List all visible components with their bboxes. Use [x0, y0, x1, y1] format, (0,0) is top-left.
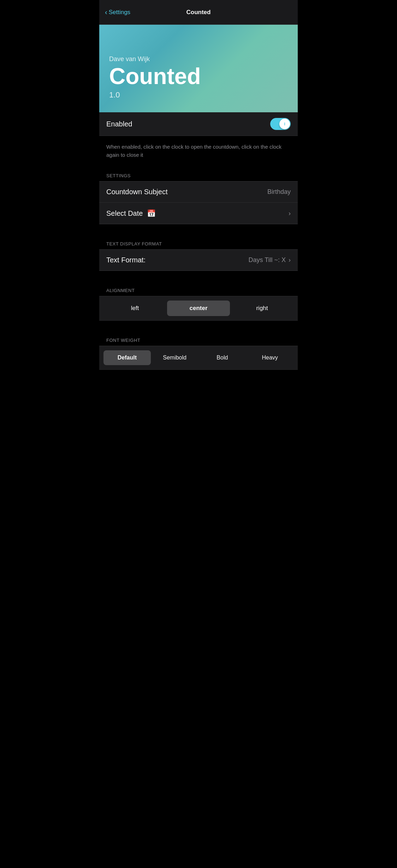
align-left-button[interactable]: left	[103, 301, 166, 316]
font-bold-button[interactable]: Bold	[199, 350, 246, 365]
divider-2	[99, 271, 298, 281]
app-developer: Dave van Wijk	[109, 55, 288, 63]
countdown-subject-row[interactable]: Countdown Subject Birthday	[99, 182, 298, 203]
app-banner: Dave van Wijk Counted 1.0	[99, 25, 298, 112]
divider-3	[99, 321, 298, 331]
countdown-subject-text: Birthday	[267, 188, 291, 196]
toggle-i-icon: I	[284, 122, 285, 126]
back-button[interactable]: ‹ Settings	[105, 8, 130, 16]
enabled-row[interactable]: Enabled I	[99, 112, 298, 136]
text-format-chevron-icon: ›	[289, 256, 291, 264]
select-date-row[interactable]: Select Date 📅 ›	[99, 203, 298, 224]
nav-bar: ‹ Settings Counted	[99, 0, 298, 25]
font-weight-section-header: FONT WEIGHT	[99, 331, 298, 346]
text-format-label: Text Format:	[106, 256, 146, 264]
alignment-section-header: ALIGNMENT	[99, 281, 298, 296]
align-right-button[interactable]: right	[231, 301, 294, 316]
select-date-chevron: ›	[289, 210, 291, 217]
settings-section-header: SETTINGS	[99, 166, 298, 181]
settings-group: Countdown Subject Birthday Select Date 📅…	[99, 181, 298, 224]
divider-1	[99, 224, 298, 234]
countdown-subject-label: Countdown Subject	[106, 188, 167, 196]
toggle-thumb: I	[279, 119, 290, 129]
font-heavy-button[interactable]: Heavy	[246, 350, 294, 365]
countdown-subject-value: Birthday	[267, 188, 291, 196]
font-default-button[interactable]: Default	[103, 350, 151, 365]
toggle-track: I	[270, 118, 291, 130]
text-display-group: Text Format: Days Till ~: X ›	[99, 249, 298, 271]
enabled-toggle[interactable]: I	[270, 118, 291, 130]
description-text: When enabled, click on the clock to open…	[99, 136, 298, 166]
nav-title: Counted	[186, 9, 211, 16]
app-version: 1.0	[109, 90, 288, 100]
chevron-right-icon: ›	[289, 210, 291, 217]
text-format-row[interactable]: Text Format: Days Till ~: X ›	[99, 250, 298, 270]
font-semibold-button[interactable]: Semibold	[151, 350, 198, 365]
text-format-value: Days Till ~: X ›	[248, 256, 291, 264]
text-display-section-header: TEXT DISPLAY FORMAT	[99, 234, 298, 249]
app-name: Counted	[109, 65, 288, 88]
calendar-icon: 📅	[147, 209, 156, 217]
text-format-text: Days Till ~: X	[248, 256, 286, 264]
back-label: Settings	[109, 9, 130, 16]
alignment-group: left center right	[99, 296, 298, 321]
font-weight-group: Default Semibold Bold Heavy	[99, 346, 298, 370]
back-chevron-icon: ‹	[105, 8, 107, 16]
select-date-label: Select Date 📅	[106, 209, 156, 218]
align-center-button[interactable]: center	[167, 301, 230, 316]
enabled-label: Enabled	[106, 120, 132, 128]
